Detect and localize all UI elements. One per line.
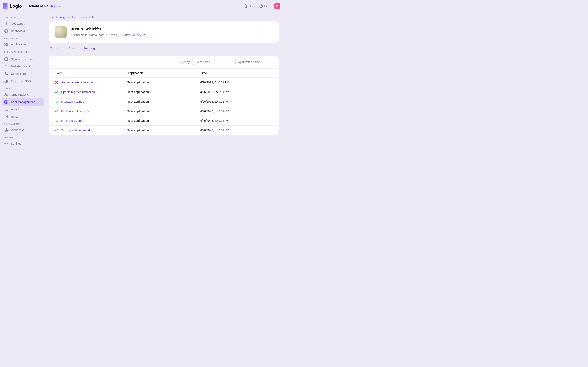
check-icon [55,128,58,132]
event-link[interactable]: Update register interaction [61,90,95,94]
svg-rect-3 [5,43,6,44]
tenant-name: Tenant name [29,4,49,8]
svg-rect-15 [7,95,8,96]
help-link[interactable]: Help [259,4,270,8]
chevron-down-icon [271,61,274,63]
time-cell: 4/26/2023, 5:40:01 PM [200,90,273,94]
log-table: Event Application Time Submit register i… [49,68,279,135]
breadcrumb: User Management / Justin Schleiferg [49,16,279,19]
sidebar-section-label: TENANT [2,134,44,140]
tabs: SettingsRolesUser Log [49,43,279,52]
user-id-pill: RUMatENw0rFW [120,33,147,37]
sidebar-item-mfa[interactable]: Multi-factor auth [2,63,44,70]
sidebar-item-label: Connectors [11,72,26,75]
user-header-card: Justin Schleifer justinschleifer@gmail.c… [49,21,279,43]
topbar: Logto Tenant name Dev Docs Help Й [0,0,284,12]
time-cell: 4/26/2023, 5:40:01 PM [200,119,273,122]
sidebar-item-label: Applications [11,43,26,46]
tab-user-log[interactable]: User Log [82,47,95,52]
application-cell: Test application [127,119,200,122]
sidebar-item-label: Dashboard [11,29,25,33]
brand-name: Logto [10,3,22,9]
time-cell: 4/26/2023, 5:40:01 PM [200,100,273,103]
chevron-down-icon [228,61,230,63]
grid-icon [4,42,8,47]
col-time: Time [200,71,273,75]
help-label: Help [264,4,270,8]
event-link[interactable]: Submit register interaction [61,81,95,84]
table-row[interactable]: Exchange token by CodeTest application4/… [49,106,279,116]
svg-rect-24 [144,34,145,36]
col-application: Application [127,71,200,75]
sidebar-item-label: Get started [11,22,25,25]
sidebar-item-label: Organizations [11,93,29,96]
sidebar-item-user-management[interactable]: User management [2,98,44,106]
signin-icon [4,57,8,61]
sidebar-item-label: Audit logs [11,108,24,111]
filter-application-select[interactable]: Application name [235,58,276,66]
breadcrumb-parent[interactable]: User Management [49,16,73,19]
avatar[interactable]: Й [274,3,280,9]
breadcrumb-separator: / [74,16,75,19]
event-link[interactable]: Interaction started [61,119,84,122]
bolt-icon [4,22,8,26]
table-row[interactable]: Sign up with passwordTest application4/2… [49,125,279,135]
check-icon [55,100,58,103]
filter-event-select[interactable]: Event name [192,58,233,66]
svg-point-21 [7,131,8,132]
copy-icon[interactable] [143,34,146,36]
sidebar-item-label: API resources [11,50,29,53]
application-cell: Test application [127,100,200,103]
sidebar-item-roles[interactable]: Roles [2,113,44,120]
table-row[interactable]: Interaction startedTest application4/26/… [49,116,279,125]
tenant-selector[interactable]: Tenant name Dev [29,4,61,8]
help-icon [259,4,263,8]
brand-logo[interactable]: Logto [3,3,22,9]
svg-rect-7 [5,51,8,53]
table-row[interactable]: Submit register interactionTest applicat… [49,78,279,87]
role-icon [4,115,8,119]
sidebar-item-sign-in-experience[interactable]: Sign-in experience [2,55,44,63]
event-link[interactable]: Exchange token by Code [61,109,93,113]
user-icon [4,100,8,104]
svg-point-11 [7,74,8,75]
docs-label: Docs [249,4,255,8]
sidebar-item-label: Settings [11,142,21,145]
sidebar-item-connectors[interactable]: Connectors [2,70,44,77]
tab-settings[interactable]: Settings [50,47,61,52]
sidebar-item-label: Sign-in experience [11,58,35,61]
table-header: Event Application Time [49,68,279,78]
sidebar-item-settings[interactable]: Settings [2,140,44,147]
gear-icon [4,142,8,146]
sidebar: OVERVIEWGet startedDashboardRESOURCEAppl… [0,12,46,152]
event-link[interactable]: Interaction started [61,100,84,103]
sidebar-item-dashboard[interactable]: Dashboard [2,27,44,35]
svg-point-27 [267,33,268,33]
sidebar-item-api-resources[interactable]: API resources [2,48,44,55]
document-icon [244,4,247,8]
webhook-icon [4,128,8,132]
chart-icon [4,29,8,33]
sidebar-item-organizations[interactable]: Organizations [2,91,44,98]
more-vertical-icon [267,30,268,34]
sidebar-item-get-started[interactable]: Get started [2,20,44,27]
docs-link[interactable]: Docs [244,4,255,8]
application-cell: Test application [127,129,200,132]
sidebar-item-audit-logs[interactable]: Audit logs [2,106,44,113]
event-link[interactable]: Sign up with password [61,129,90,132]
user-id-label: User ID [109,33,118,37]
more-actions-button[interactable] [261,28,274,36]
check-icon [55,109,58,113]
tab-roles[interactable]: Roles [68,47,75,52]
filter-application-value: Application name [238,60,260,64]
svg-rect-13 [6,93,7,94]
sidebar-item-applications[interactable]: Applications [2,41,44,48]
main-content: User Management / Justin Schleiferg Just… [46,12,284,152]
svg-point-26 [267,32,268,32]
svg-rect-8 [5,58,8,60]
table-row[interactable]: Update register interactionTest applicat… [49,87,279,97]
sidebar-item-webhooks[interactable]: Webhooks [2,126,44,134]
sidebar-item-enterprise-sso[interactable]: Enterprise SSO [2,77,44,85]
sidebar-item-label: Webhooks [11,128,25,132]
table-row[interactable]: Interaction startedTest application4/26/… [49,97,279,106]
